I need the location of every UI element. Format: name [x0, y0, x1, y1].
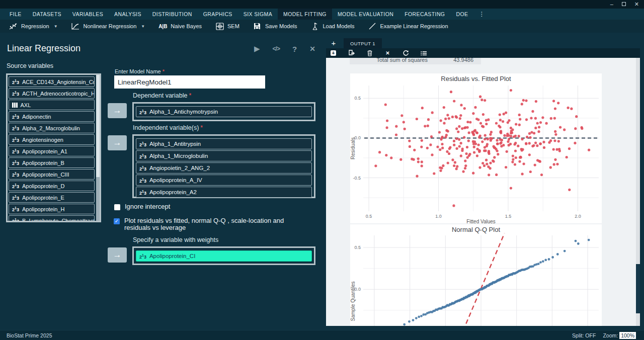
- output-tab-bar: + OUTPUT 1: [326, 38, 640, 48]
- independent-variable-item[interactable]: 213Apolipoprotein_A2: [136, 187, 312, 198]
- toolbar-item-nonlinear-regression[interactable]: Nonlinear Regression▼: [71, 23, 145, 30]
- variable-name: AXL: [21, 102, 31, 108]
- menu-item-analysis[interactable]: ANALYSIS: [109, 9, 147, 20]
- toolbar-item-label: Naive Bayes: [171, 23, 202, 29]
- numeric-variable-icon: 213: [139, 109, 146, 115]
- source-variable-item[interactable]: 213Apolipoprotein_H: [9, 204, 95, 214]
- code-icon[interactable]: </>: [273, 45, 280, 52]
- plot-options-row: ✓ Plot residuals vs fitted, normal Q-Q ,…: [114, 217, 311, 231]
- numeric-variable-icon: 213: [12, 159, 19, 166]
- menu-item-six-sigma[interactable]: SIX SIGMA: [238, 9, 278, 20]
- zoom-value-input[interactable]: 100%: [619, 332, 636, 339]
- menu-item-variables[interactable]: VARIABLES: [67, 9, 109, 20]
- weights-label: Specify a variable with weights: [133, 236, 218, 243]
- sem-icon: [215, 23, 224, 30]
- numeric-variable-icon: 213: [12, 148, 19, 154]
- maximize-icon[interactable]: [622, 2, 626, 6]
- add-output-tab-button[interactable]: +: [326, 39, 341, 48]
- close-form-icon[interactable]: ✕: [309, 45, 315, 53]
- independent-variable-item[interactable]: 213Alpha_1_Microglobulin: [136, 150, 312, 161]
- help-icon[interactable]: ?: [292, 45, 297, 53]
- toolbar-item-regression[interactable]: Regression▼: [9, 23, 58, 30]
- source-variable-item[interactable]: 213Apolipoprotein_D: [9, 181, 95, 191]
- required-marker: *: [163, 68, 165, 74]
- source-variable-item[interactable]: 213Apolipoprotein_E: [9, 192, 95, 203]
- svg-text:Fitted Values: Fitted Values: [466, 219, 496, 223]
- weight-variable-item[interactable]: 213Apolipoprotein_CI: [136, 250, 312, 262]
- menu-item-datasets[interactable]: DATASETS: [27, 9, 67, 20]
- kebab-menu-icon[interactable]: ⋮: [473, 9, 490, 20]
- output-scrollbar-thumb[interactable]: [636, 264, 640, 313]
- list-icon[interactable]: [421, 50, 427, 56]
- independent-variables-label: Independent variable(s)*: [133, 124, 203, 131]
- numeric-variable-icon: 213: [12, 136, 19, 143]
- variable-name: Apolipoprotein_CI: [149, 253, 195, 259]
- close-output-icon[interactable]: ✕: [384, 50, 391, 56]
- minimize-icon[interactable]: –: [610, 1, 613, 8]
- svg-text:Normal Q-Q Plot: Normal Q-Q Plot: [452, 226, 500, 233]
- variable-name: Apolipoprotein_D: [22, 183, 64, 189]
- toolbar-item-load-models[interactable]: Load Models: [310, 23, 354, 30]
- numeric-variable-icon: 213: [12, 206, 19, 212]
- independent-variable-item[interactable]: 213Alpha_1_Antitrypsin: [136, 138, 312, 149]
- chevron-down-icon: ▼: [141, 24, 145, 29]
- variable-name: Apolipoprotein_A2: [149, 189, 197, 195]
- variable-name: ACTH_Adrenocorticotropic_H...: [22, 91, 95, 97]
- move-weight-button[interactable]: →: [108, 247, 127, 263]
- run-model-icon[interactable]: ▶: [254, 44, 260, 53]
- refresh-icon[interactable]: [403, 50, 409, 56]
- load-icon: [310, 23, 319, 30]
- model-name-label: Enter Model Name*: [115, 68, 165, 74]
- split-status: Split: OFF: [572, 332, 596, 338]
- svg-text:Residuals: Residuals: [350, 137, 356, 159]
- independent-variable-item[interactable]: 213Apolipoprotein_A_IV: [136, 175, 312, 186]
- add-output-icon[interactable]: +: [330, 50, 337, 56]
- menu-item-model-evaluation[interactable]: MODEL EVALUATION: [332, 9, 399, 20]
- menu-item-doe[interactable]: DOE: [450, 9, 473, 20]
- dependent-variable-item[interactable]: 213Alpha_1_Antichymotrypsin: [136, 106, 312, 117]
- plot-residuals-label: Plot residuals vs fitted, normal Q-Q , s…: [124, 217, 311, 231]
- move-independent-button[interactable]: →: [108, 135, 127, 150]
- menu-item-model-fitting[interactable]: MODEL FITTING: [278, 9, 332, 20]
- export-icon[interactable]: [348, 50, 355, 56]
- output-scrollbar[interactable]: [636, 58, 640, 326]
- independent-variable-item[interactable]: 213Angiopoietin_2_ANG_2: [136, 162, 312, 174]
- menu-item-forecasting[interactable]: FORECASTING: [399, 9, 450, 20]
- table-row: Total sum of squares 43.9486: [350, 58, 481, 64]
- variable-name: Alpha_1_Microglobulin: [149, 153, 208, 159]
- svg-text:-0.5: -0.5: [353, 176, 361, 181]
- example-line-icon: [368, 23, 376, 30]
- model-name-input[interactable]: [114, 75, 265, 89]
- residuals-vs-fitted-chart: Residuals vs. Fitted Plot0.50.0-0.50.51.…: [350, 73, 602, 223]
- trash-icon[interactable]: [366, 50, 373, 56]
- numeric-variable-icon: 213: [12, 125, 19, 131]
- menu-item-file[interactable]: FILE: [4, 9, 27, 20]
- source-variable-item[interactable]: 213Alpha_2_Macroglobulin: [9, 123, 95, 133]
- tab-output-1[interactable]: OUTPUT 1: [344, 38, 382, 48]
- menu-item-graphics[interactable]: GRAPHICS: [198, 9, 238, 20]
- variable-name: Angiotensinogen: [22, 137, 63, 143]
- source-variable-item[interactable]: 213B_Lymphocyte_Chemoattract...: [9, 215, 95, 222]
- menu-item-distribution[interactable]: DISTRIBUTION: [147, 9, 198, 20]
- source-variable-item[interactable]: 213Adiponectin: [9, 111, 95, 122]
- source-variable-item[interactable]: 213Apolipoprotein_A1: [9, 146, 95, 156]
- numeric-variable-icon: 213: [12, 90, 19, 97]
- arrow-right-icon: →: [113, 106, 122, 116]
- source-variable-item[interactable]: AXL: [9, 100, 95, 110]
- source-list-scrollbar[interactable]: [96, 75, 100, 221]
- ignore-intercept-checkbox[interactable]: [114, 204, 120, 210]
- normal-qq-chart: Normal Q-Q Plot0.50.0Sample Quantiles: [350, 224, 602, 326]
- toolbar-item-sem[interactable]: SEM: [215, 23, 239, 30]
- source-variable-item[interactable]: 213Apolipoprotein_CIII: [9, 169, 95, 180]
- chevron-down-icon: ▼: [54, 24, 58, 29]
- plot-residuals-checkbox[interactable]: ✓: [114, 218, 120, 224]
- toolbar-item-save-models[interactable]: Save Models: [253, 23, 297, 30]
- close-icon[interactable]: ✕: [634, 1, 639, 8]
- source-variable-item[interactable]: 213ACE_CD143_Angiotensin_Con...: [9, 76, 95, 87]
- source-variable-item[interactable]: 213ACTH_Adrenocorticotropic_H...: [9, 88, 95, 99]
- source-variable-item[interactable]: 213Angiotensinogen: [9, 134, 95, 145]
- move-dependent-button[interactable]: →: [108, 103, 127, 118]
- toolbar-item-naive-bayes[interactable]: A|BNaive Bayes: [158, 23, 202, 30]
- source-variable-item[interactable]: 213Apolipoprotein_B: [9, 157, 95, 168]
- toolbar-item-example-linear-regression[interactable]: Example Linear Regression: [368, 23, 448, 30]
